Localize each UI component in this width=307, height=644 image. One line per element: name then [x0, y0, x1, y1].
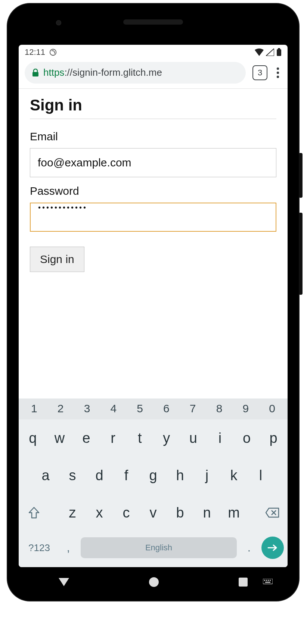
- key-k[interactable]: k: [222, 460, 246, 490]
- key-u[interactable]: u: [182, 423, 205, 453]
- password-label: Password: [30, 185, 276, 197]
- shift-key[interactable]: [21, 498, 47, 528]
- phone-speaker: [123, 19, 183, 25]
- password-field[interactable]: ••••••••••••: [30, 203, 276, 232]
- status-time: 12:11: [25, 47, 45, 57]
- key-y[interactable]: y: [155, 423, 179, 453]
- key-a[interactable]: a: [34, 460, 58, 490]
- key-0[interactable]: 0: [259, 402, 285, 415]
- svg-point-6: [277, 75, 279, 78]
- key-x[interactable]: x: [87, 498, 111, 528]
- key-6[interactable]: 6: [153, 402, 180, 415]
- key-2[interactable]: 2: [47, 402, 74, 415]
- key-7[interactable]: 7: [180, 402, 206, 415]
- soft-keyboard: 1234567890 qwertyuiop asdfghjkl zxcvbnm …: [19, 398, 288, 567]
- key-g[interactable]: g: [141, 460, 165, 490]
- battery-icon: [276, 48, 282, 56]
- do-not-disturb-icon: [49, 48, 57, 56]
- key-n[interactable]: n: [195, 498, 219, 528]
- email-field[interactable]: [30, 148, 276, 177]
- comma-key[interactable]: ,: [59, 536, 78, 560]
- key-i[interactable]: i: [208, 423, 232, 453]
- phone-frame: 12:11: [7, 4, 299, 601]
- symbols-key[interactable]: ?123: [22, 536, 56, 560]
- tab-count: 3: [258, 68, 262, 78]
- svg-rect-2: [278, 48, 280, 49]
- key-p[interactable]: p: [261, 423, 285, 453]
- cell-signal-icon: [266, 49, 274, 56]
- key-5[interactable]: 5: [127, 402, 153, 415]
- key-r[interactable]: r: [101, 423, 125, 453]
- keyboard-row-1: qwertyuiop: [19, 419, 288, 457]
- key-l[interactable]: l: [249, 460, 273, 490]
- android-nav-bar: [19, 571, 288, 593]
- nav-recents-button[interactable]: [239, 578, 248, 587]
- key-3[interactable]: 3: [74, 402, 100, 415]
- browser-toolbar: https://signin-form.glitch.me 3: [19, 60, 288, 89]
- key-f[interactable]: f: [114, 460, 138, 490]
- url-separator: ://: [64, 67, 72, 78]
- key-4[interactable]: 4: [100, 402, 127, 415]
- key-1[interactable]: 1: [21, 402, 47, 415]
- svg-point-4: [277, 67, 279, 69]
- key-s[interactable]: s: [61, 460, 84, 490]
- key-9[interactable]: 9: [232, 402, 259, 415]
- sign-in-button[interactable]: Sign in: [30, 247, 84, 272]
- key-o[interactable]: o: [235, 423, 259, 453]
- key-w[interactable]: w: [48, 423, 72, 453]
- key-c[interactable]: c: [114, 498, 138, 528]
- nav-keyboard-icon[interactable]: [263, 579, 273, 585]
- status-bar: 12:11: [19, 45, 288, 60]
- key-q[interactable]: q: [21, 423, 45, 453]
- url-scheme: https: [43, 67, 64, 78]
- nav-home-button[interactable]: [149, 577, 159, 587]
- svg-rect-1: [277, 49, 281, 56]
- key-h[interactable]: h: [168, 460, 192, 490]
- svg-rect-8: [264, 580, 265, 581]
- wifi-icon: [255, 49, 264, 56]
- period-key[interactable]: .: [240, 536, 258, 560]
- nav-back-button[interactable]: [59, 578, 69, 586]
- key-z[interactable]: z: [61, 498, 84, 528]
- svg-rect-9: [266, 580, 267, 581]
- svg-rect-10: [268, 580, 269, 581]
- keyboard-bottom-row: ?123 , English .: [19, 531, 288, 567]
- key-m[interactable]: m: [222, 498, 246, 528]
- lock-icon: [32, 69, 39, 77]
- enter-key[interactable]: [261, 537, 284, 559]
- svg-rect-12: [265, 582, 270, 583]
- svg-rect-11: [270, 580, 271, 581]
- overflow-menu-button[interactable]: [274, 67, 282, 78]
- page-content: Sign in Email Password •••••••••••• Sign…: [19, 89, 288, 398]
- key-8[interactable]: 8: [206, 402, 233, 415]
- keyboard-number-row: 1234567890: [19, 398, 288, 419]
- svg-point-0: [50, 49, 56, 56]
- key-j[interactable]: j: [195, 460, 219, 490]
- key-e[interactable]: e: [74, 423, 98, 453]
- keyboard-row-3: zxcvbnm: [19, 494, 288, 531]
- key-v[interactable]: v: [141, 498, 165, 528]
- phone-camera: [56, 20, 61, 25]
- url-host: signin-form.glitch.me: [72, 67, 162, 78]
- space-key[interactable]: English: [81, 537, 237, 558]
- backspace-key[interactable]: [259, 498, 285, 528]
- svg-rect-3: [32, 72, 38, 76]
- email-label: Email: [30, 130, 276, 143]
- key-b[interactable]: b: [168, 498, 192, 528]
- key-t[interactable]: t: [128, 423, 152, 453]
- svg-point-5: [277, 71, 279, 74]
- keyboard-row-2: asdfghjkl: [19, 457, 288, 494]
- key-d[interactable]: d: [87, 460, 111, 490]
- address-bar[interactable]: https://signin-form.glitch.me: [25, 62, 246, 84]
- tab-switcher-button[interactable]: 3: [252, 65, 267, 80]
- screen: 12:11: [19, 45, 288, 567]
- svg-rect-7: [263, 579, 273, 584]
- page-title: Sign in: [30, 96, 276, 119]
